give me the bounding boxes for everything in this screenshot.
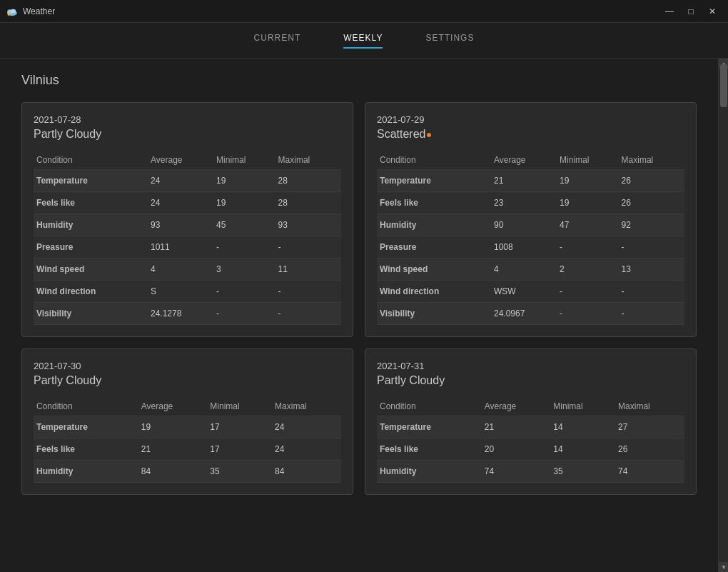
data-table-0: Condition Average Minimal Maximal Temper… <box>34 151 341 325</box>
table-row: Humidity 93 45 93 <box>34 214 341 236</box>
scrollbar-thumb[interactable] <box>720 64 727 107</box>
cards-grid: 2021-07-28 Partly Cloudy Condition Avera… <box>21 102 697 495</box>
titlebar-left: Weather <box>6 5 55 18</box>
card-condition-0: Partly Cloudy <box>34 128 341 141</box>
maximize-button[interactable]: □ <box>681 3 701 20</box>
main-content: Vilnius 2021-07-28 Partly Cloudy Conditi… <box>0 59 728 572</box>
table-row: Feels like 23 19 26 <box>377 192 684 214</box>
card-date-2: 2021-07-30 <box>34 361 341 371</box>
scrollbar-track[interactable]: ▲ ▼ <box>718 59 728 572</box>
card-date-3: 2021-07-31 <box>377 361 684 371</box>
data-table-2: Condition Average Minimal Maximal Temper… <box>34 397 341 483</box>
city-name: Vilnius <box>21 73 697 88</box>
titlebar: Weather — □ ✕ <box>0 0 728 23</box>
table-row: Visibility 24.0967 - - <box>377 303 684 325</box>
table-row: Visibility 24.1278 - - <box>34 303 341 325</box>
table-row: Feels like 20 14 26 <box>377 438 684 461</box>
table-row: Wind speed 4 3 11 <box>34 259 341 281</box>
table-row: Humidity 90 47 92 <box>377 214 684 236</box>
weather-card-3: 2021-07-31 Partly Cloudy Condition Avera… <box>365 348 697 495</box>
svg-point-2 <box>11 9 16 13</box>
weather-card-1: 2021-07-29 Scattered Condition Average M… <box>365 102 697 337</box>
col-average-0: Average <box>148 151 213 170</box>
tab-current[interactable]: CURRENT <box>254 33 301 49</box>
card-condition-3: Partly Cloudy <box>377 374 684 387</box>
tab-weekly[interactable]: WEEKLY <box>343 33 383 49</box>
card-condition-2: Partly Cloudy <box>34 374 341 387</box>
card-date-1: 2021-07-29 <box>377 114 684 125</box>
table-row: Humidity 74 35 74 <box>377 461 684 483</box>
scroll-area[interactable]: Vilnius 2021-07-28 Partly Cloudy Conditi… <box>0 59 718 572</box>
table-row: Preasure 1011 - - <box>34 236 341 259</box>
col-maximal-0: Maximal <box>275 151 341 170</box>
minimize-button[interactable]: — <box>659 3 679 20</box>
card-date-0: 2021-07-28 <box>34 114 341 125</box>
table-row: Feels like 21 17 24 <box>34 438 341 461</box>
table-row: Wind direction WSW - - <box>377 281 684 303</box>
data-table-1: Condition Average Minimal Maximal Temper… <box>377 151 684 325</box>
tab-settings[interactable]: SETTINGS <box>425 33 474 49</box>
data-table-3: Condition Average Minimal Maximal Temper… <box>377 397 684 483</box>
table-row: Temperature 21 14 27 <box>377 416 684 438</box>
titlebar-controls: — □ ✕ <box>659 3 722 20</box>
table-row: Temperature 19 17 24 <box>34 416 341 438</box>
table-row: Temperature 24 19 28 <box>34 170 341 192</box>
table-row: Feels like 24 19 28 <box>34 192 341 214</box>
app-title: Weather <box>23 6 55 16</box>
table-row: Humidity 84 35 84 <box>34 461 341 483</box>
table-row: Wind direction S - - <box>34 281 341 303</box>
weather-card-2: 2021-07-30 Partly Cloudy Condition Avera… <box>21 348 353 495</box>
condition-dot <box>427 133 431 137</box>
table-row: Wind speed 4 2 13 <box>377 259 684 281</box>
table-row: Preasure 1008 - - <box>377 236 684 259</box>
scrollbar-down-arrow[interactable]: ▼ <box>719 562 728 572</box>
weather-card-0: 2021-07-28 Partly Cloudy Condition Avera… <box>21 102 353 337</box>
app-icon <box>6 5 19 18</box>
table-row: Temperature 21 19 26 <box>377 170 684 192</box>
nav-tabs: CURRENT WEEKLY SETTINGS <box>0 23 728 59</box>
card-condition-1: Scattered <box>377 128 684 141</box>
close-button[interactable]: ✕ <box>702 3 722 20</box>
col-minimal-0: Minimal <box>213 151 275 170</box>
col-condition-0: Condition <box>34 151 148 170</box>
